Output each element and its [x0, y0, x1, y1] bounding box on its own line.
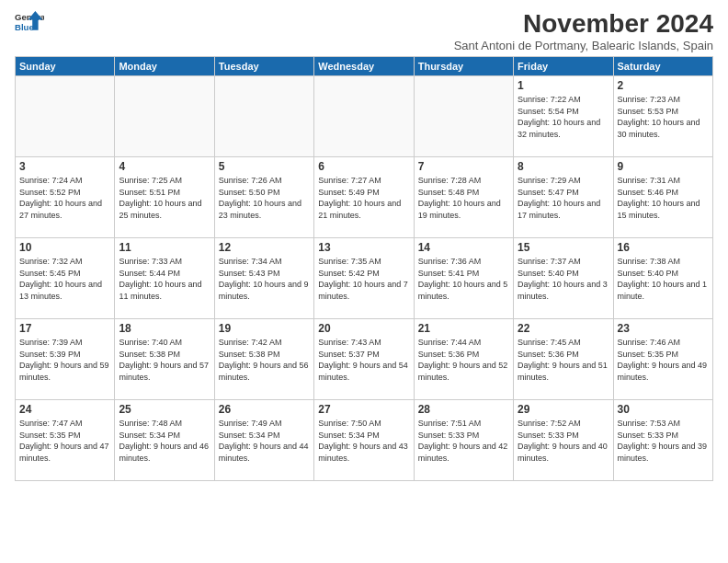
- day-number: 20: [318, 322, 409, 335]
- day-info: Sunrise: 7:48 AM Sunset: 5:34 PM Dayligh…: [119, 418, 210, 464]
- week-row-1: 3Sunrise: 7:24 AM Sunset: 5:52 PM Daylig…: [16, 157, 713, 238]
- day-cell-1-4: 7Sunrise: 7:28 AM Sunset: 5:48 PM Daylig…: [414, 157, 513, 238]
- day-info: Sunrise: 7:26 AM Sunset: 5:50 PM Dayligh…: [219, 175, 310, 221]
- day-info: Sunrise: 7:34 AM Sunset: 5:43 PM Dayligh…: [219, 256, 310, 302]
- day-number: 26: [219, 403, 310, 416]
- day-number: 13: [318, 241, 409, 254]
- day-info: Sunrise: 7:23 AM Sunset: 5:53 PM Dayligh…: [618, 94, 709, 140]
- day-cell-2-0: 10Sunrise: 7:32 AM Sunset: 5:45 PM Dayli…: [16, 238, 115, 319]
- day-info: Sunrise: 7:45 AM Sunset: 5:36 PM Dayligh…: [518, 337, 609, 383]
- day-cell-2-2: 12Sunrise: 7:34 AM Sunset: 5:43 PM Dayli…: [214, 238, 313, 319]
- day-number: 25: [119, 403, 210, 416]
- week-row-2: 10Sunrise: 7:32 AM Sunset: 5:45 PM Dayli…: [16, 238, 713, 319]
- day-info: Sunrise: 7:47 AM Sunset: 5:35 PM Dayligh…: [19, 418, 110, 464]
- day-cell-2-3: 13Sunrise: 7:35 AM Sunset: 5:42 PM Dayli…: [314, 238, 414, 319]
- day-cell-0-6: 2Sunrise: 7:23 AM Sunset: 5:53 PM Daylig…: [613, 76, 712, 157]
- day-number: 17: [19, 322, 110, 335]
- day-cell-0-0: [16, 76, 115, 157]
- day-info: Sunrise: 7:40 AM Sunset: 5:38 PM Dayligh…: [119, 337, 210, 383]
- day-cell-4-1: 25Sunrise: 7:48 AM Sunset: 5:34 PM Dayli…: [115, 400, 214, 481]
- day-info: Sunrise: 7:39 AM Sunset: 5:39 PM Dayligh…: [19, 337, 110, 383]
- day-info: Sunrise: 7:52 AM Sunset: 5:33 PM Dayligh…: [518, 418, 609, 464]
- day-cell-3-2: 19Sunrise: 7:42 AM Sunset: 5:38 PM Dayli…: [214, 319, 313, 400]
- day-info: Sunrise: 7:29 AM Sunset: 5:47 PM Dayligh…: [518, 175, 609, 221]
- day-number: 27: [318, 403, 409, 416]
- day-info: Sunrise: 7:38 AM Sunset: 5:40 PM Dayligh…: [618, 256, 709, 302]
- day-info: Sunrise: 7:33 AM Sunset: 5:44 PM Dayligh…: [119, 256, 210, 302]
- day-cell-4-6: 30Sunrise: 7:53 AM Sunset: 5:33 PM Dayli…: [613, 400, 712, 481]
- day-number: 10: [19, 241, 110, 254]
- week-row-4: 24Sunrise: 7:47 AM Sunset: 5:35 PM Dayli…: [16, 400, 713, 481]
- header: General Blue November 2024 Sant Antoni d…: [15, 9, 713, 52]
- day-cell-4-0: 24Sunrise: 7:47 AM Sunset: 5:35 PM Dayli…: [16, 400, 115, 481]
- day-cell-3-1: 18Sunrise: 7:40 AM Sunset: 5:38 PM Dayli…: [115, 319, 214, 400]
- day-number: 21: [418, 322, 509, 335]
- week-row-3: 17Sunrise: 7:39 AM Sunset: 5:39 PM Dayli…: [16, 319, 713, 400]
- day-info: Sunrise: 7:37 AM Sunset: 5:40 PM Dayligh…: [518, 256, 609, 302]
- day-cell-2-1: 11Sunrise: 7:33 AM Sunset: 5:44 PM Dayli…: [115, 238, 214, 319]
- header-friday: Friday: [514, 57, 613, 76]
- day-number: 29: [518, 403, 609, 416]
- day-info: Sunrise: 7:27 AM Sunset: 5:49 PM Dayligh…: [318, 175, 409, 221]
- header-wednesday: Wednesday: [314, 57, 414, 76]
- day-number: 22: [518, 322, 609, 335]
- day-number: 19: [219, 322, 310, 335]
- day-cell-1-2: 5Sunrise: 7:26 AM Sunset: 5:50 PM Daylig…: [214, 157, 313, 238]
- day-info: Sunrise: 7:42 AM Sunset: 5:38 PM Dayligh…: [219, 337, 310, 383]
- logo-icon: General Blue: [15, 9, 44, 35]
- day-number: 2: [618, 79, 709, 92]
- day-number: 18: [119, 322, 210, 335]
- day-cell-2-4: 14Sunrise: 7:36 AM Sunset: 5:41 PM Dayli…: [414, 238, 513, 319]
- day-cell-3-3: 20Sunrise: 7:43 AM Sunset: 5:37 PM Dayli…: [314, 319, 414, 400]
- day-number: 30: [618, 403, 709, 416]
- day-cell-3-5: 22Sunrise: 7:45 AM Sunset: 5:36 PM Dayli…: [514, 319, 613, 400]
- day-cell-4-2: 26Sunrise: 7:49 AM Sunset: 5:34 PM Dayli…: [214, 400, 313, 481]
- day-info: Sunrise: 7:50 AM Sunset: 5:34 PM Dayligh…: [318, 418, 409, 464]
- day-number: 4: [119, 160, 210, 173]
- day-info: Sunrise: 7:53 AM Sunset: 5:33 PM Dayligh…: [618, 418, 709, 464]
- day-cell-4-5: 29Sunrise: 7:52 AM Sunset: 5:33 PM Dayli…: [514, 400, 613, 481]
- day-info: Sunrise: 7:28 AM Sunset: 5:48 PM Dayligh…: [418, 175, 509, 221]
- day-info: Sunrise: 7:25 AM Sunset: 5:51 PM Dayligh…: [119, 175, 210, 221]
- day-cell-0-4: [414, 76, 513, 157]
- day-number: 5: [219, 160, 310, 173]
- day-info: Sunrise: 7:24 AM Sunset: 5:52 PM Dayligh…: [19, 175, 110, 221]
- day-cell-3-6: 23Sunrise: 7:46 AM Sunset: 5:35 PM Dayli…: [613, 319, 712, 400]
- weekday-header-row: Sunday Monday Tuesday Wednesday Thursday…: [16, 57, 713, 76]
- day-cell-1-1: 4Sunrise: 7:25 AM Sunset: 5:51 PM Daylig…: [115, 157, 214, 238]
- header-saturday: Saturday: [613, 57, 712, 76]
- day-number: 23: [618, 322, 709, 335]
- header-monday: Monday: [115, 57, 214, 76]
- day-number: 11: [119, 241, 210, 254]
- day-number: 8: [518, 160, 609, 173]
- day-info: Sunrise: 7:46 AM Sunset: 5:35 PM Dayligh…: [618, 337, 709, 383]
- day-cell-4-3: 27Sunrise: 7:50 AM Sunset: 5:34 PM Dayli…: [314, 400, 414, 481]
- page: General Blue November 2024 Sant Antoni d…: [0, 0, 728, 563]
- day-cell-2-5: 15Sunrise: 7:37 AM Sunset: 5:40 PM Dayli…: [514, 238, 613, 319]
- day-info: Sunrise: 7:35 AM Sunset: 5:42 PM Dayligh…: [318, 256, 409, 302]
- day-number: 9: [618, 160, 709, 173]
- calendar: Sunday Monday Tuesday Wednesday Thursday…: [15, 56, 713, 481]
- day-cell-1-6: 9Sunrise: 7:31 AM Sunset: 5:46 PM Daylig…: [613, 157, 712, 238]
- day-cell-4-4: 28Sunrise: 7:51 AM Sunset: 5:33 PM Dayli…: [414, 400, 513, 481]
- month-title: November 2024: [454, 9, 713, 39]
- day-info: Sunrise: 7:43 AM Sunset: 5:37 PM Dayligh…: [318, 337, 409, 383]
- header-tuesday: Tuesday: [214, 57, 313, 76]
- week-row-0: 1Sunrise: 7:22 AM Sunset: 5:54 PM Daylig…: [16, 76, 713, 157]
- day-number: 14: [418, 241, 509, 254]
- day-info: Sunrise: 7:32 AM Sunset: 5:45 PM Dayligh…: [19, 256, 110, 302]
- day-cell-3-4: 21Sunrise: 7:44 AM Sunset: 5:36 PM Dayli…: [414, 319, 513, 400]
- day-number: 3: [19, 160, 110, 173]
- day-cell-0-2: [214, 76, 313, 157]
- day-number: 15: [518, 241, 609, 254]
- day-info: Sunrise: 7:51 AM Sunset: 5:33 PM Dayligh…: [418, 418, 509, 464]
- day-cell-1-3: 6Sunrise: 7:27 AM Sunset: 5:49 PM Daylig…: [314, 157, 414, 238]
- day-cell-0-3: [314, 76, 414, 157]
- day-cell-1-5: 8Sunrise: 7:29 AM Sunset: 5:47 PM Daylig…: [514, 157, 613, 238]
- day-number: 12: [219, 241, 310, 254]
- day-cell-1-0: 3Sunrise: 7:24 AM Sunset: 5:52 PM Daylig…: [16, 157, 115, 238]
- day-cell-2-6: 16Sunrise: 7:38 AM Sunset: 5:40 PM Dayli…: [613, 238, 712, 319]
- header-thursday: Thursday: [414, 57, 513, 76]
- day-cell-3-0: 17Sunrise: 7:39 AM Sunset: 5:39 PM Dayli…: [16, 319, 115, 400]
- day-info: Sunrise: 7:44 AM Sunset: 5:36 PM Dayligh…: [418, 337, 509, 383]
